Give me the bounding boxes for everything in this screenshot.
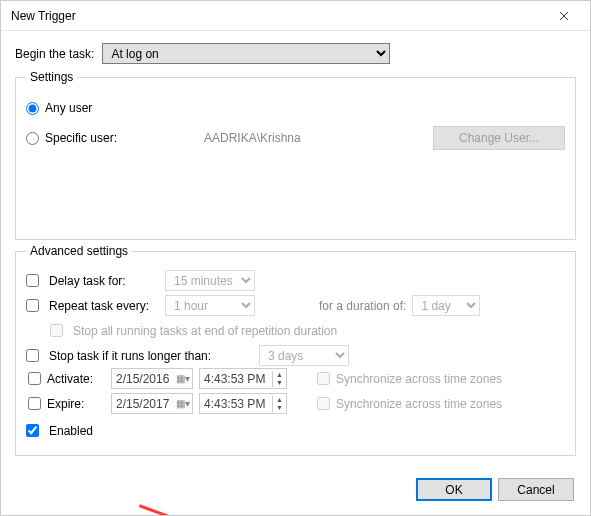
stop-all-row: Stop all running tasks at end of repetit… — [50, 318, 565, 343]
delay-checkbox[interactable] — [26, 274, 39, 287]
enabled-checkbox[interactable] — [26, 424, 39, 437]
expire-sync-col: Synchronize across time zones — [317, 397, 565, 411]
stop-long-row: Stop task if it runs longer than: 3 days — [26, 343, 565, 368]
delay-label: Delay task for: — [49, 274, 159, 288]
repeat-duration-select: 1 day — [412, 295, 480, 316]
settings-legend: Settings — [26, 70, 77, 84]
advanced-settings-group: Advanced settings Delay task for: 15 min… — [15, 244, 576, 456]
activate-checkbox[interactable] — [26, 372, 43, 385]
specific-user-label: Specific user: — [45, 131, 117, 145]
ok-button[interactable]: OK — [416, 478, 492, 501]
titlebar: New Trigger — [1, 1, 590, 31]
settings-group: Settings Any user Specific user: AADRIKA… — [15, 70, 576, 240]
activate-date[interactable]: 2/15/2016 ▦▾ — [111, 368, 193, 389]
activate-sync-col: Synchronize across time zones — [317, 372, 565, 386]
stop-long-label: Stop task if it runs longer than: — [49, 349, 253, 363]
activate-sync-label: Synchronize across time zones — [336, 372, 502, 386]
any-user-radio[interactable] — [26, 102, 39, 115]
expire-time[interactable]: 4:43:53 PM ▲▼ — [199, 393, 287, 414]
stop-long-checkbox[interactable] — [26, 349, 39, 362]
spinner-icon[interactable]: ▲▼ — [272, 396, 286, 412]
delay-row: Delay task for: 15 minutes — [26, 268, 565, 293]
calendar-icon: ▦▾ — [176, 373, 190, 384]
enabled-row: Enabled — [26, 418, 565, 443]
repeat-duration-label: for a duration of: — [319, 299, 406, 313]
advanced-legend: Advanced settings — [26, 244, 132, 258]
close-icon[interactable] — [544, 4, 584, 28]
stop-long-select: 3 days — [259, 345, 349, 366]
expire-checkbox[interactable] — [26, 397, 43, 410]
activate-sync-checkbox — [317, 372, 330, 385]
dialog-content: Begin the task: At log on Settings Any u… — [1, 31, 590, 456]
begin-task-row: Begin the task: At log on — [15, 43, 576, 64]
expire-sync-label: Synchronize across time zones — [336, 397, 502, 411]
repeat-checkbox[interactable] — [26, 299, 39, 312]
delay-select: 15 minutes — [165, 270, 255, 291]
expire-sync-checkbox — [317, 397, 330, 410]
spinner-icon[interactable]: ▲▼ — [272, 371, 286, 387]
repeat-every-select: 1 hour — [165, 295, 255, 316]
any-user-label: Any user — [45, 101, 92, 115]
datetime-block: Activate: 2/15/2016 ▦▾ 4:43:53 PM ▲▼ Syn… — [26, 368, 565, 414]
stop-all-label: Stop all running tasks at end of repetit… — [73, 324, 337, 338]
cancel-button[interactable]: Cancel — [498, 478, 574, 501]
expire-date[interactable]: 2/15/2017 ▦▾ — [111, 393, 193, 414]
any-user-row: Any user — [26, 96, 565, 120]
activate-time[interactable]: 4:43:53 PM ▲▼ — [199, 368, 287, 389]
repeat-label: Repeat task every: — [49, 299, 159, 313]
begin-task-label: Begin the task: — [15, 47, 94, 61]
expire-label: Expire: — [47, 397, 107, 411]
calendar-icon: ▦▾ — [176, 398, 190, 409]
window-title: New Trigger — [11, 9, 76, 23]
button-bar: OK Cancel — [416, 478, 574, 501]
specific-user-radio[interactable] — [26, 132, 39, 145]
activate-label: Activate: — [47, 372, 107, 386]
stop-all-checkbox — [50, 324, 63, 337]
specific-user-value: AADRIKA\Krishna — [204, 131, 425, 145]
begin-task-select[interactable]: At log on — [102, 43, 390, 64]
change-user-button: Change User... — [433, 126, 565, 150]
specific-user-row: Specific user: AADRIKA\Krishna Change Us… — [26, 126, 565, 150]
enabled-label: Enabled — [49, 424, 93, 438]
repeat-row: Repeat task every: 1 hour for a duration… — [26, 293, 565, 318]
